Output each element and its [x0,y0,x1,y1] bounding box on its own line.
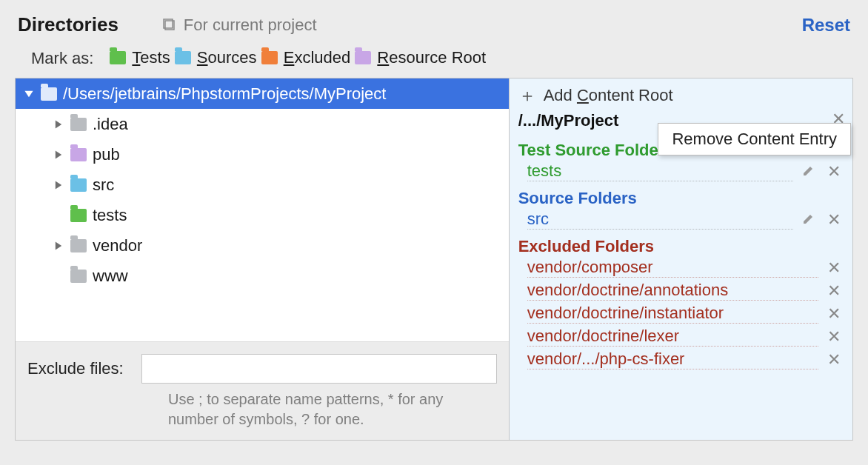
mark-as-excluded[interactable]: Excluded [261,48,351,67]
folder-entry[interactable]: vendor/.../php-cs-fixer✕ [510,348,852,371]
chevron-down-icon[interactable] [23,89,35,99]
exclude-files-hint: Use ; to separate name patterns, * for a… [27,384,497,429]
tree-item-label: .idea [93,112,128,136]
main-panel: /Users/jetbrains/PhpstormProjects/MyProj… [15,78,853,441]
mark-as-tests[interactable]: Tests [110,48,170,67]
pencil-icon[interactable] [799,210,818,230]
plus-icon: ＋ [518,87,536,104]
folder-entry-label: vendor/.../php-cs-fixer [527,349,818,369]
tree-item[interactable]: tests [16,200,509,230]
settings-header: Directories For current project Reset [0,0,868,44]
page-title: Directories [18,13,118,36]
folder-icon [355,51,371,64]
content-root-panel: ＋ Add Content Root /.../MyProject ✕ Remo… [510,78,852,440]
folder-icon [261,51,278,64]
close-icon[interactable]: ✕ [824,210,844,230]
tree-item[interactable]: vendor [16,230,509,261]
svg-marker-3 [56,120,61,128]
folder-icon [70,209,87,222]
tree-root[interactable]: /Users/jetbrains/PhpstormProjects/MyProj… [16,78,509,109]
folder-entry-label: vendor/composer [527,258,818,278]
folder-entry-label: tests [527,161,793,181]
folder-entry-label: vendor/doctrine/annotations [527,281,818,301]
add-content-root-button[interactable]: ＋ Add Content Root [510,78,852,110]
directory-tree-panel: /Users/jetbrains/PhpstormProjects/MyProj… [16,78,510,440]
tree-item-label: src [93,173,114,197]
section-title: Excluded Folders [510,231,852,256]
mark-as-resource-root[interactable]: Resource Root [355,48,486,67]
folder-entry-label: src [527,210,793,230]
directory-tree[interactable]: /Users/jetbrains/PhpstormProjects/MyProj… [16,78,509,341]
tree-item[interactable]: www [16,261,509,291]
tooltip-remove-content-entry: Remove Content Entry [658,123,851,155]
close-icon[interactable]: ✕ [824,162,844,181]
close-icon[interactable]: ✕ [824,327,844,347]
folder-entry-label: vendor/doctrine/lexer [527,327,818,347]
folder-entry[interactable]: vendor/doctrine/annotations✕ [510,279,852,302]
tree-item[interactable]: .idea [16,109,509,139]
svg-marker-6 [56,241,61,250]
folder-entry[interactable]: vendor/doctrine/lexer✕ [510,325,852,348]
svg-marker-4 [56,150,61,158]
mark-as-item-label: Excluded [284,48,351,67]
exclude-files-input[interactable] [141,354,497,384]
tree-item-label: vendor [93,233,142,258]
folder-icon [70,270,87,283]
folder-icon [110,51,126,64]
mark-as-label: Mark as: [31,49,93,68]
mark-as-bar: Mark as: Tests Sources Excluded Resource… [0,44,868,78]
section-title: Source Folders [510,183,852,208]
add-content-root-label: Add Content Root [544,86,673,105]
folder-entry[interactable]: tests✕ [510,160,852,183]
folder-entry-label: vendor/doctrine/instantiator [527,304,818,324]
folder-icon [70,239,87,252]
folder-icon [175,51,191,64]
mark-as-sources[interactable]: Sources [175,48,257,67]
close-icon[interactable]: ✕ [824,304,844,324]
tree-item[interactable]: src [16,170,509,200]
folder-entry[interactable]: vendor/composer✕ [510,256,852,279]
pencil-icon[interactable] [799,162,818,181]
svg-marker-2 [24,90,33,96]
tree-item[interactable]: pub [16,139,509,170]
svg-marker-5 [56,181,61,189]
exclude-files-block: Exclude files: Use ; to separate name pa… [16,341,509,440]
reset-button[interactable]: Reset [802,15,850,36]
close-icon[interactable]: ✕ [824,258,844,278]
scope-label: For current project [184,16,317,35]
folder-icon [41,87,57,101]
chevron-right-icon[interactable] [53,180,64,190]
tree-item-label: pub [93,142,120,167]
tree-item-label: tests [93,203,127,227]
mark-as-item-label: Resource Root [377,48,486,67]
scope-icon [163,19,176,32]
exclude-files-label: Exclude files: [27,359,124,378]
tree-root-label: /Users/jetbrains/PhpstormProjects/MyProj… [63,81,386,106]
chevron-right-icon[interactable] [53,150,64,160]
close-icon[interactable]: ✕ [824,350,844,369]
folder-icon [70,118,87,131]
mark-as-item-label: Sources [197,48,257,67]
folder-icon [70,148,87,161]
chevron-right-icon[interactable] [53,241,64,251]
mark-as-item-label: Tests [132,48,170,67]
chevron-right-icon[interactable] [53,119,64,130]
folder-entry[interactable]: vendor/doctrine/instantiator✕ [510,302,852,325]
tree-item-label: www [93,264,128,288]
close-icon[interactable]: ✕ [824,281,844,301]
folder-icon [70,178,87,192]
folder-entry[interactable]: src✕ [510,208,852,231]
